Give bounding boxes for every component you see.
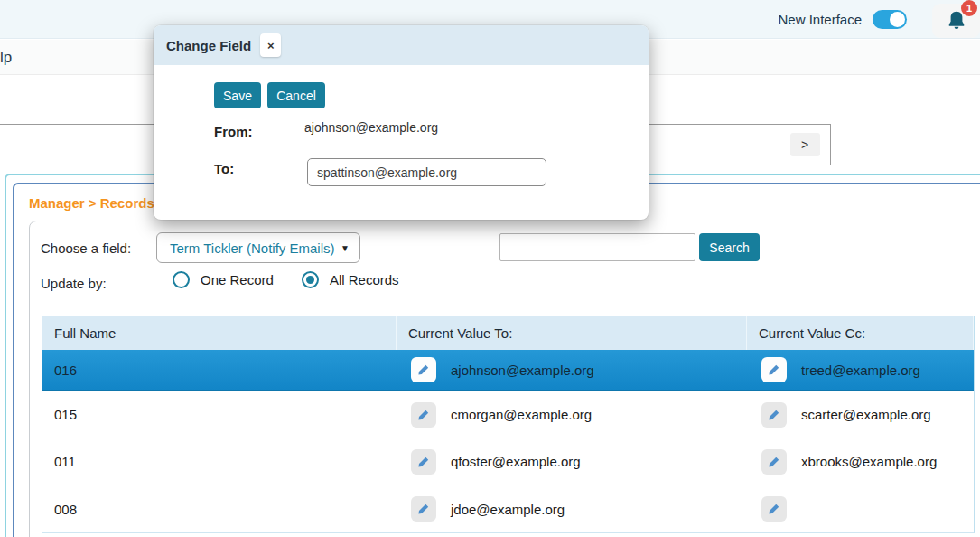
change-field-modal: Change Field × Save Cancel From: ajohnso… (154, 25, 649, 220)
to-email-value: ajohnson@example.org (451, 363, 594, 378)
edit-to-button[interactable] (411, 357, 436, 382)
save-button[interactable]: Save (214, 82, 261, 108)
table-row[interactable]: 016 ajohnson@example.org treed@example.o… (42, 350, 974, 391)
to-input[interactable] (307, 158, 546, 186)
row-name: 016 (42, 350, 397, 390)
pencil-icon (768, 503, 780, 515)
to-label: To: (214, 161, 234, 176)
modal-title: Change Field (166, 38, 251, 53)
top-bar-right: New Interface 1 (778, 0, 980, 39)
column-header-current-value-to: Current Value To: (397, 316, 747, 350)
pencil-icon (768, 456, 780, 468)
row-name: 015 (42, 391, 397, 438)
menu-item-help-partial[interactable]: lp (0, 49, 12, 67)
cc-email-value: xbrooks@example.org (801, 454, 937, 469)
edit-to-button[interactable] (411, 496, 436, 522)
chevron-down-icon: ▼ (341, 243, 350, 253)
row-name: 011 (42, 438, 397, 485)
column-header-full-name: Full Name (42, 316, 397, 350)
to-email-value: cmorgan@example.org (451, 407, 592, 422)
radio-all-records-label: All Records (330, 272, 399, 287)
edit-cc-button[interactable] (761, 496, 787, 522)
next-record-button[interactable]: > (790, 133, 820, 156)
edit-to-button[interactable] (411, 402, 436, 428)
edit-cc-button[interactable] (761, 357, 787, 382)
pencil-icon (417, 503, 430, 515)
edit-cc-button[interactable] (761, 402, 787, 428)
search-button[interactable]: Search (699, 233, 760, 261)
pencil-icon (768, 363, 780, 376)
field-dropdown-value: Term Tickler (Notify Emails) (170, 240, 335, 256)
cc-email-value: scarter@example.org (801, 407, 931, 422)
new-interface-toggle[interactable] (873, 10, 907, 29)
table-header-row: Full Name Current Value To: Current Valu… (42, 316, 974, 350)
record-nav-cell: > (779, 124, 831, 165)
notifications-button[interactable]: 1 (932, 4, 980, 38)
edit-to-button[interactable] (411, 449, 436, 475)
toggle-knob (890, 12, 905, 27)
content-panel: Choose a field: Term Tickler (Notify Ema… (29, 221, 980, 537)
column-header-current-value-cc: Current Value Cc: (747, 316, 974, 350)
pencil-icon (417, 409, 430, 421)
radio-one-record-label: One Record (201, 272, 274, 287)
cc-email-value: treed@example.org (801, 363, 920, 378)
records-table: Full Name Current Value To: Current Valu… (42, 316, 975, 533)
row-name: 008 (42, 485, 397, 532)
cancel-button[interactable]: Cancel (267, 82, 325, 108)
pencil-icon (417, 456, 430, 468)
from-label: From: (214, 124, 253, 139)
new-interface-label: New Interface (778, 12, 862, 27)
radio-all-records[interactable] (302, 271, 319, 288)
table-row[interactable]: 008 jdoe@example.org (42, 485, 974, 532)
table-row[interactable]: 015 cmorgan@example.org scarter@example.… (42, 391, 974, 438)
field-dropdown[interactable]: Term Tickler (Notify Emails) ▼ (156, 232, 360, 263)
notification-badge: 1 (961, 0, 977, 16)
modal-header: Change Field × (154, 25, 649, 65)
table-row[interactable]: 011 qfoster@example.org xbrooks@example.… (42, 438, 974, 485)
pencil-icon (768, 409, 780, 421)
update-by-radio-group: One Record All Records (173, 271, 427, 288)
to-email-value: qfoster@example.org (451, 454, 581, 469)
from-value: ajohnson@example.org (304, 120, 438, 135)
edit-cc-button[interactable] (761, 449, 787, 475)
update-by-label: Update by: (41, 276, 107, 291)
to-email-value: jdoe@example.org (451, 502, 565, 517)
breadcrumb: Manager > Records > (29, 195, 166, 211)
choose-field-label: Choose a field: (41, 240, 131, 256)
pencil-icon (417, 363, 430, 376)
radio-one-record[interactable] (173, 271, 190, 288)
close-icon[interactable]: × (260, 33, 281, 57)
search-input[interactable] (499, 233, 695, 261)
